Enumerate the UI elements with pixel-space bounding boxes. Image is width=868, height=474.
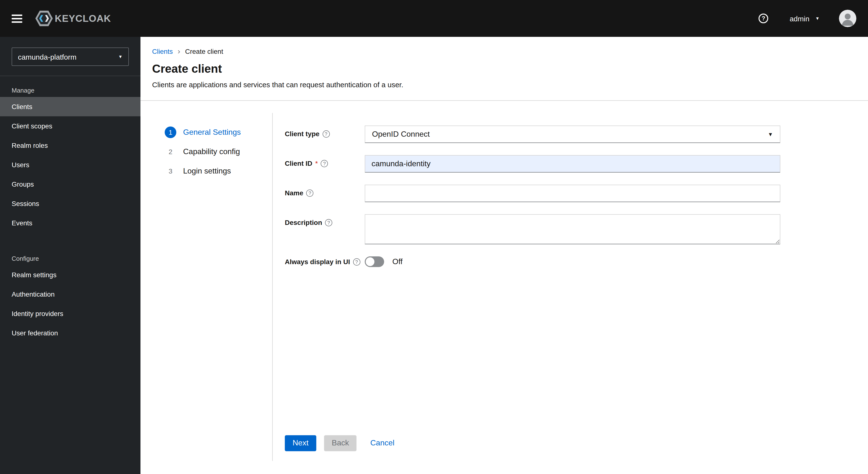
sidebar-item-events[interactable]: Events bbox=[0, 213, 141, 233]
page-title: Create client bbox=[152, 62, 857, 76]
step-label: Capability config bbox=[183, 147, 240, 156]
client-id-field bbox=[365, 155, 780, 173]
nav-toggle-button[interactable] bbox=[11, 14, 22, 23]
always-display-row: Always display in UI ? Off bbox=[285, 257, 868, 267]
sidebar-item-users[interactable]: Users bbox=[0, 155, 141, 175]
sidebar-item-identity-providers[interactable]: Identity providers bbox=[0, 304, 141, 323]
name-label: Name bbox=[285, 189, 303, 197]
nav-section-title: Manage bbox=[0, 84, 141, 97]
sidebar-item-client-scopes[interactable]: Client scopes bbox=[0, 116, 141, 136]
step-number: 2 bbox=[165, 146, 176, 157]
content-area: Clients › Create client Create client Cl… bbox=[141, 37, 868, 474]
description-field bbox=[365, 214, 780, 244]
client-id-label-cell: Client ID * ? bbox=[285, 155, 365, 173]
nav-section-manage: Manage Clients Client scopes Realm roles… bbox=[0, 76, 141, 233]
general-settings-form: Client type ? OpenID Connect ▼ Clie bbox=[273, 113, 868, 461]
brand-wordmark: KEYCLOAK bbox=[55, 13, 111, 24]
help-icon[interactable]: ? bbox=[758, 13, 768, 23]
page-header: Clients › Create client Create client Cl… bbox=[141, 37, 868, 100]
step-number: 1 bbox=[165, 126, 176, 138]
name-input[interactable] bbox=[365, 185, 780, 202]
chevron-right-icon: › bbox=[178, 48, 180, 55]
description-label-cell: Description ? bbox=[285, 214, 365, 244]
avatar[interactable] bbox=[839, 10, 857, 27]
name-row: Name ? bbox=[285, 185, 868, 202]
client-type-selected-value: OpenID Connect bbox=[372, 130, 430, 139]
create-client-wizard: 1 General Settings 2 Capability config 3… bbox=[141, 101, 868, 474]
next-button[interactable]: Next bbox=[285, 435, 316, 451]
help-icon[interactable]: ? bbox=[322, 130, 330, 138]
help-icon[interactable]: ? bbox=[306, 189, 313, 197]
help-icon[interactable]: ? bbox=[325, 219, 332, 226]
always-display-toggle[interactable] bbox=[365, 257, 384, 267]
step-label: General Settings bbox=[183, 128, 241, 137]
wizard-step-general-settings[interactable]: 1 General Settings bbox=[165, 123, 272, 142]
step-label: Login settings bbox=[183, 167, 231, 175]
caret-down-icon: ▼ bbox=[118, 55, 123, 59]
realm-selector-block: camunda-platform ▼ bbox=[0, 37, 141, 76]
user-menu[interactable]: admin ▼ bbox=[789, 14, 819, 23]
description-label: Description bbox=[285, 218, 322, 227]
client-id-row: Client ID * ? bbox=[285, 155, 868, 173]
name-label-cell: Name ? bbox=[285, 185, 365, 202]
always-display-field: Off bbox=[365, 257, 780, 267]
breadcrumb-current: Create client bbox=[185, 48, 223, 55]
sidebar-item-clients[interactable]: Clients bbox=[0, 97, 141, 116]
sidebar-item-sessions[interactable]: Sessions bbox=[0, 194, 141, 213]
realm-selector[interactable]: camunda-platform ▼ bbox=[11, 48, 129, 66]
sidebar-item-realm-roles[interactable]: Realm roles bbox=[0, 136, 141, 155]
client-type-select[interactable]: OpenID Connect ▼ bbox=[365, 125, 780, 143]
description-textarea[interactable] bbox=[365, 214, 780, 244]
wizard-actions: Next Back Cancel bbox=[285, 435, 868, 451]
username: admin bbox=[789, 14, 809, 23]
client-type-row: Client type ? OpenID Connect ▼ bbox=[285, 125, 868, 143]
keycloak-logo: KEYCLOAK bbox=[35, 9, 111, 28]
breadcrumb: Clients › Create client bbox=[152, 45, 857, 62]
always-display-label-cell: Always display in UI ? bbox=[285, 258, 365, 266]
page-subtitle: Clients are applications and services th… bbox=[152, 76, 857, 100]
client-type-label-cell: Client type ? bbox=[285, 125, 365, 143]
wizard-step-login-settings[interactable]: 3 Login settings bbox=[165, 161, 272, 181]
help-glyph: ? bbox=[762, 15, 765, 22]
breadcrumb-clients-link[interactable]: Clients bbox=[152, 48, 173, 55]
toggle-knob bbox=[366, 257, 374, 266]
client-type-label: Client type bbox=[285, 130, 319, 138]
client-id-label: Client ID bbox=[285, 159, 312, 168]
help-icon[interactable]: ? bbox=[321, 160, 328, 167]
realm-name: camunda-platform bbox=[18, 53, 76, 61]
sidebar-item-groups[interactable]: Groups bbox=[0, 175, 141, 194]
keycloak-admin-console: KEYCLOAK ? admin ▼ camun bbox=[0, 0, 868, 474]
masthead: KEYCLOAK ? admin ▼ bbox=[0, 0, 868, 37]
sidebar-item-user-federation[interactable]: User federation bbox=[0, 323, 141, 343]
description-row: Description ? bbox=[285, 214, 868, 244]
user-avatar-icon bbox=[839, 10, 857, 27]
nav-section-title: Configure bbox=[0, 252, 141, 265]
help-icon[interactable]: ? bbox=[353, 258, 360, 266]
sidebar-item-authentication[interactable]: Authentication bbox=[0, 285, 141, 304]
client-id-input[interactable] bbox=[365, 155, 780, 173]
keycloak-logo-icon bbox=[35, 9, 53, 28]
required-asterisk: * bbox=[315, 159, 318, 168]
wizard-step-capability-config[interactable]: 2 Capability config bbox=[165, 142, 272, 161]
step-number: 3 bbox=[165, 165, 176, 177]
sidebar: camunda-platform ▼ Manage Clients Client… bbox=[0, 37, 141, 474]
back-button: Back bbox=[324, 435, 357, 451]
toggle-state-label: Off bbox=[392, 257, 403, 266]
sidebar-item-realm-settings[interactable]: Realm settings bbox=[0, 265, 141, 285]
masthead-right: ? admin ▼ bbox=[758, 10, 857, 27]
always-display-label: Always display in UI bbox=[285, 258, 350, 266]
nav-section-configure: Configure Realm settings Authentication … bbox=[0, 244, 141, 343]
name-field bbox=[365, 185, 780, 202]
wizard-steps-nav: 1 General Settings 2 Capability config 3… bbox=[141, 113, 273, 461]
cancel-button[interactable]: Cancel bbox=[363, 435, 402, 451]
caret-down-icon: ▼ bbox=[768, 131, 773, 137]
client-type-field: OpenID Connect ▼ bbox=[365, 125, 780, 143]
main-layout: camunda-platform ▼ Manage Clients Client… bbox=[0, 37, 868, 474]
caret-down-icon: ▼ bbox=[815, 16, 819, 21]
